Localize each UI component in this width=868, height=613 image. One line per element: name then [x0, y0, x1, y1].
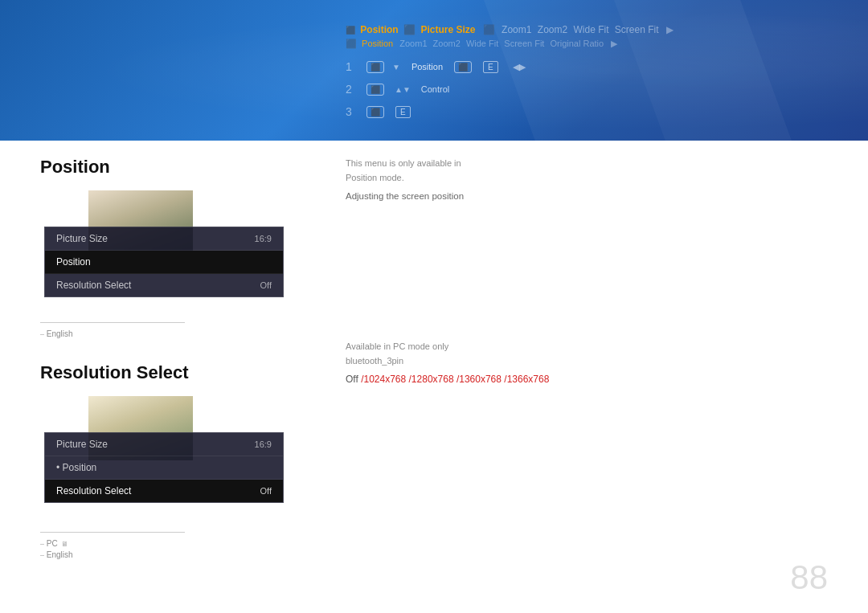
menu-value-picture-size: 16:9: [255, 234, 272, 243]
remote-icon-3: ⬛: [366, 107, 384, 116]
main-content: Position Picture Size 16:9 Position: [0, 141, 868, 613]
top-banner: ⬛ Position ⬛ Picture Size ⬛ Zoom1 Zoom2 …: [0, 0, 868, 141]
resolution-info-subtitle: Available in PC mode only bluetooth_3pin: [346, 340, 812, 368]
position-tv-menu: Picture Size 16:9 Position Resolution Se…: [40, 190, 281, 311]
resolution-footnote-line: [40, 532, 185, 533]
nav2-position: Position: [362, 39, 393, 48]
resolution-title: Resolution Select: [40, 362, 346, 383]
right-column: This menu is only available in Position …: [346, 157, 812, 409]
enter-icon-1: E: [483, 61, 498, 73]
enter-icon-1b: ◀▶: [513, 62, 526, 72]
nav-zoom1: Zoom1: [502, 24, 531, 35]
menu-label-picture-size: Picture Size: [56, 233, 108, 244]
position-steps-label: Adjusting the screen position: [346, 190, 812, 203]
nav-wide-fit: Wide Fit: [574, 24, 609, 35]
enter-icon-3: E: [395, 106, 411, 118]
banner-steps: 1 ⬛ ▼ Position ⬛ E ◀▶ 2 ⬛ ▲▼ Control: [346, 60, 812, 118]
nav-zoom2: Zoom2: [538, 24, 567, 35]
resolution-section: Resolution Select Picture Size 16:9 • Po…: [40, 362, 346, 559]
menu-item-picture-size[interactable]: Picture Size 16:9: [45, 227, 283, 251]
step-2: 2 ⬛ ▲▼ Control: [346, 83, 812, 96]
banner-nav-row2: ⬛ Position Zoom1 Zoom2 Wide Fit Screen F…: [346, 39, 812, 49]
menu-label-position: Position: [56, 256, 91, 268]
step-3: 3 ⬛ E: [346, 105, 812, 118]
res-menu-item-resolution[interactable]: Resolution Select Off: [45, 480, 283, 502]
resolution-footnote-pc: – PC 🖥: [40, 539, 346, 548]
banner-content: ⬛ Position ⬛ Picture Size ⬛ Zoom1 Zoom2 …: [346, 24, 812, 118]
res-menu-item-position[interactable]: • Position: [45, 456, 283, 480]
resolution-off-option: Off: [346, 374, 358, 385]
nav-picture-size: Picture Size: [420, 24, 475, 35]
position-footnote: – English: [40, 329, 346, 338]
nav-screen-fit: Screen Fit: [615, 24, 659, 35]
resolution-options: Off /1024x768 /1280x768 /1360x768 /1366x…: [346, 374, 812, 385]
res-menu-item-picture-size[interactable]: Picture Size 16:9: [45, 433, 283, 456]
resolution-other-options: /1024x768 /1280x768 /1360x768 /1366x768: [361, 374, 549, 385]
position-info-block: This menu is only available in Position …: [346, 157, 812, 203]
menu-label-resolution: Resolution Select: [56, 280, 131, 291]
remote-icon-2: ⬛: [366, 84, 384, 94]
page-number: 88: [790, 558, 828, 597]
left-column: Position Picture Size 16:9 Position: [40, 157, 346, 562]
banner-nav-row1: ⬛ Position ⬛ Picture Size ⬛ Zoom1 Zoom2 …: [346, 24, 812, 35]
res-menu-value-resolution: Off: [260, 486, 272, 496]
res-menu-label-position: • Position: [56, 462, 96, 473]
position-title: Position: [40, 157, 346, 178]
resolution-tv-menu: Picture Size 16:9 • Position Resolution …: [40, 396, 281, 521]
menu-item-resolution-select[interactable]: Resolution Select Off: [45, 274, 283, 296]
remote-icon-1b: ⬛: [454, 62, 472, 72]
remote-icon-1: ⬛: [366, 62, 384, 72]
resolution-footnote-eng: – English: [40, 550, 346, 559]
menu-value-resolution: Off: [260, 280, 272, 290]
resolution-info-block: Available in PC mode only bluetooth_3pin…: [346, 340, 812, 384]
nav-position: Position: [360, 24, 398, 35]
step2-label: Control: [421, 84, 449, 94]
res-menu-value-picture-size: 16:9: [255, 439, 272, 449]
step1-label: Position: [411, 62, 443, 72]
position-footnote-line: [40, 322, 185, 323]
position-info-text: This menu is only available in Position …: [346, 157, 812, 185]
resolution-menu-panel: Picture Size 16:9 • Position Resolution …: [44, 432, 284, 503]
res-menu-label-resolution: Resolution Select: [56, 485, 131, 497]
position-menu-panel: Picture Size 16:9 Position Resolution Se…: [44, 227, 284, 297]
menu-item-position[interactable]: Position: [45, 251, 283, 274]
step-1: 1 ⬛ ▼ Position ⬛ E ◀▶: [346, 60, 812, 73]
res-menu-label-picture-size: Picture Size: [56, 439, 108, 450]
position-section: Position Picture Size 16:9 Position: [40, 157, 346, 338]
